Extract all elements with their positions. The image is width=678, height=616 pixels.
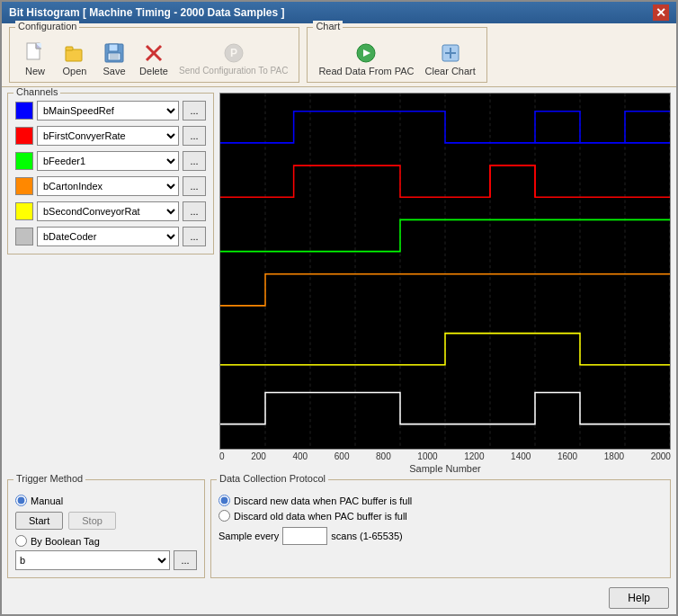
svg-rect-2 xyxy=(66,49,82,61)
help-button[interactable]: Help xyxy=(609,587,669,609)
channel-color-5 xyxy=(15,228,33,246)
boolean-radio-row: By Boolean Tag xyxy=(15,535,197,547)
bottom-panels: Trigger Method Manual Start Stop By Bool… xyxy=(2,479,676,584)
channel-select-0[interactable]: bMainSpeedRef xyxy=(37,101,179,121)
send-label: Send Configuration To PAC xyxy=(179,66,288,76)
send-icon: P xyxy=(221,40,246,66)
discard-old-radio[interactable] xyxy=(219,510,230,522)
open-button[interactable]: Open xyxy=(57,39,93,78)
chart-group: Chart Read Data From PAC xyxy=(307,27,486,83)
chart-group-label: Chart xyxy=(313,21,343,31)
manual-label: Manual xyxy=(31,495,63,506)
manual-radio[interactable] xyxy=(15,495,27,506)
channel-row-1: bFirstConvyerRate ... xyxy=(15,126,206,146)
clear-label: Clear Chart xyxy=(425,66,476,76)
chart-area: 0 200 400 600 800 1000 1200 1400 1600 18… xyxy=(219,93,671,474)
sample-input[interactable]: 1 xyxy=(282,527,327,545)
channel-select-5[interactable]: bDateCoder xyxy=(37,227,179,246)
channel-btn-5[interactable]: ... xyxy=(183,227,206,246)
manual-radio-row: Manual xyxy=(15,495,197,506)
discard-old-row: Discard old data when PAC buffer is full xyxy=(219,510,663,522)
chart-buttons: Read Data From PAC Clear Chart xyxy=(315,39,478,78)
discard-new-row: Discard new data when PAC buffer is full xyxy=(219,495,663,506)
close-button[interactable]: ✕ xyxy=(653,4,669,21)
start-button[interactable]: Start xyxy=(15,512,63,530)
read-label: Read Data From PAC xyxy=(318,66,414,76)
svg-rect-3 xyxy=(66,47,73,50)
trigger-group: Trigger Method Manual Start Stop By Bool… xyxy=(7,479,205,578)
boolean-label: By Boolean Tag xyxy=(31,536,100,547)
channel-btn-2[interactable]: ... xyxy=(183,151,206,171)
channels-group: Channels bMainSpeedRef ... bFirstConvyer… xyxy=(7,93,214,254)
delete-label: Delete xyxy=(139,66,168,76)
discard-old-label: Discard old data when PAC buffer is full xyxy=(234,511,407,522)
sample-row: Sample every 1 scans (1-65535) xyxy=(219,527,663,545)
chart-canvas xyxy=(219,93,671,450)
channel-select-1[interactable]: bFirstConvyerRate xyxy=(37,126,179,146)
channel-row-3: bCartonIndex ... xyxy=(15,176,206,196)
open-label: Open xyxy=(63,66,87,76)
boolean-select[interactable]: b xyxy=(15,550,170,570)
new-button[interactable]: New xyxy=(17,39,53,78)
discard-new-label: Discard new data when PAC buffer is full xyxy=(234,495,412,506)
channel-select-4[interactable]: bSecondConveyorRat xyxy=(37,201,179,221)
channel-select-3[interactable]: bCartonIndex xyxy=(37,176,179,196)
channel-row-0: bMainSpeedRef ... xyxy=(15,101,206,121)
read-button[interactable]: Read Data From PAC xyxy=(315,39,417,78)
discard-new-radio[interactable] xyxy=(219,495,230,506)
delete-button[interactable]: Delete xyxy=(136,39,172,78)
boolean-radio[interactable] xyxy=(15,535,27,547)
stop-button[interactable]: Stop xyxy=(68,512,116,530)
help-area: Help xyxy=(2,584,676,614)
configuration-buttons: New Open xyxy=(17,39,291,78)
protocol-group: Data Collection Protocol Discard new dat… xyxy=(210,479,671,578)
configuration-label: Configuration xyxy=(15,21,79,31)
clear-button[interactable]: Clear Chart xyxy=(422,39,479,78)
sample-suffix: scans (1-65535) xyxy=(331,531,403,541)
channels-label: Channels xyxy=(13,87,60,97)
chart-x-labels: 0 200 400 600 800 1000 1200 1400 1600 18… xyxy=(219,450,671,463)
channel-color-2 xyxy=(15,152,33,170)
delete-icon xyxy=(141,40,166,66)
channel-select-2[interactable]: bFeeder1 xyxy=(37,151,179,171)
boolean-btn[interactable]: ... xyxy=(174,550,197,570)
new-label: New xyxy=(25,66,45,76)
channel-btn-4[interactable]: ... xyxy=(183,201,206,221)
main-content: Channels bMainSpeedRef ... bFirstConvyer… xyxy=(2,87,676,479)
trigger-label: Trigger Method xyxy=(13,473,85,484)
configuration-group: Configuration New xyxy=(9,27,299,83)
save-label: Save xyxy=(103,66,125,76)
new-icon xyxy=(22,40,48,66)
channel-row-4: bSecondConveyorRat ... xyxy=(15,201,206,221)
channel-color-1 xyxy=(15,127,33,145)
channel-row-2: bFeeder1 ... xyxy=(15,151,206,171)
channel-row-5: bDateCoder ... xyxy=(15,227,206,246)
save-button[interactable]: Save xyxy=(96,39,132,78)
toolbar: Configuration New xyxy=(2,23,676,87)
channel-color-4 xyxy=(15,202,33,220)
trigger-buttons: Start Stop xyxy=(15,512,197,530)
svg-rect-7 xyxy=(110,54,119,59)
clear-icon xyxy=(438,40,463,66)
main-window: Bit Histogram [ Machine Timing - 2000 Da… xyxy=(0,0,678,616)
svg-text:P: P xyxy=(230,47,237,59)
channel-btn-0[interactable]: ... xyxy=(183,101,206,121)
channel-btn-1[interactable]: ... xyxy=(183,126,206,146)
save-icon xyxy=(102,40,127,66)
send-button[interactable]: P Send Configuration To PAC xyxy=(175,39,291,78)
boolean-select-row: b ... xyxy=(15,550,197,570)
svg-rect-5 xyxy=(109,44,118,51)
read-icon xyxy=(353,40,379,66)
protocol-label: Data Collection Protocol xyxy=(217,473,328,484)
left-panel: Channels bMainSpeedRef ... bFirstConvyer… xyxy=(7,93,214,474)
sample-label: Sample every xyxy=(219,531,279,541)
window-title: Bit Histogram [ Machine Timing - 2000 Da… xyxy=(9,6,285,19)
channel-color-0 xyxy=(15,102,33,120)
channel-btn-3[interactable]: ... xyxy=(183,176,206,196)
chart-svg xyxy=(220,94,670,449)
channel-color-3 xyxy=(15,177,33,195)
open-icon xyxy=(62,40,87,66)
